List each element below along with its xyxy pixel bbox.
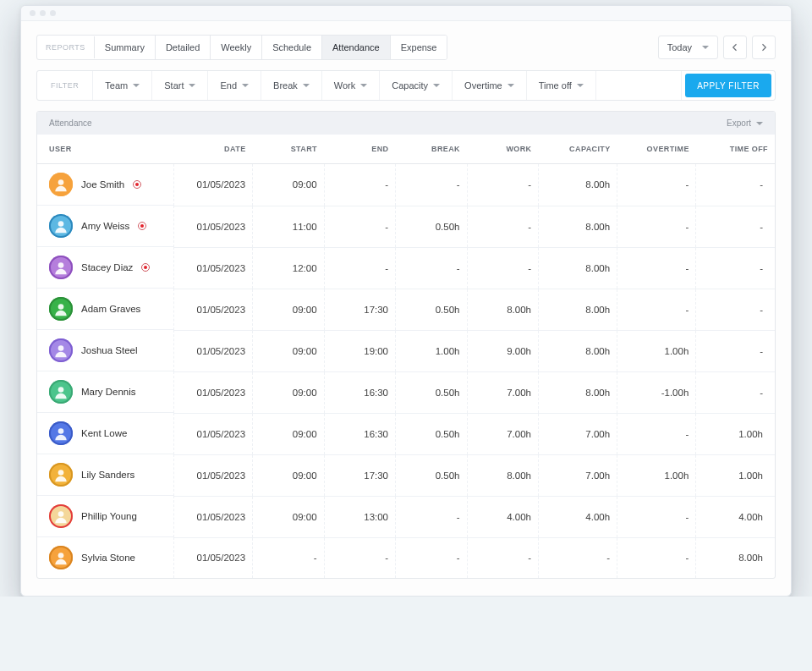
cell-user: Joshua Steel [37,330,174,371]
export-button[interactable]: Export [727,118,763,128]
filter-break[interactable]: Break [261,71,322,100]
cell-overtime: - [617,247,696,289]
cell-break: - [396,496,467,537]
cell-capacity: 8.00h [538,247,617,289]
cell-capacity: 8.00h [538,371,617,413]
svg-point-9 [58,553,64,558]
col-start: START [253,135,324,164]
tab-summary[interactable]: Summary [95,36,156,59]
cell-date: 01/05/2023 [174,371,252,413]
cell-timeoff: - [696,247,775,289]
cell-overtime: - [617,164,696,206]
user-name: Phillip Young [81,511,137,521]
cell-date: 01/05/2023 [174,496,252,537]
cell-work: - [467,206,538,247]
cell-overtime: - [617,289,696,330]
user-name: Joe Smith [81,179,124,190]
svg-point-4 [58,345,64,351]
cell-timeoff: - [696,289,775,330]
tab-schedule[interactable]: Schedule [262,36,322,59]
cell-date: 01/05/2023 [174,537,252,578]
tab-weekly[interactable]: Weekly [211,36,262,59]
svg-point-5 [58,387,64,393]
cell-start: 09:00 [253,330,324,371]
prev-period-button[interactable] [723,36,747,59]
user-name: Joshua Steel [81,345,138,355]
cell-break: - [396,164,467,206]
next-period-button[interactable] [752,36,776,59]
user-name: Sylvia Stone [81,553,135,563]
user-name: Lily Sanders [81,470,134,480]
cell-end: - [324,537,395,578]
cell-timeoff: - [696,330,775,371]
chevron-down-icon [756,122,763,125]
chevron-down-icon [189,84,195,87]
cell-capacity: 7.00h [538,413,617,454]
cell-work: 7.00h [467,413,538,454]
cell-date: 01/05/2023 [174,413,252,454]
table-row[interactable]: Mary Dennis 01/05/2023 09:00 16:30 0.50h… [37,371,775,413]
table-row[interactable]: Amy Weiss 01/05/2023 11:00 - 0.50h - 8.0… [37,206,775,247]
filter-capacity[interactable]: Capacity [380,71,453,100]
cell-break: 0.50h [396,206,467,247]
tab-attendance[interactable]: Attendance [322,36,391,59]
cell-work: 8.00h [467,454,538,496]
table-row[interactable]: Joshua Steel 01/05/2023 09:00 19:00 1.00… [37,330,775,371]
filter-work[interactable]: Work [322,71,380,100]
filter-overtime[interactable]: Overtime [453,71,527,100]
filter-end[interactable]: End [208,71,261,100]
table-header-row: USER DATE START END BREAK WORK CAPACITY … [37,135,775,164]
cell-work: 7.00h [467,371,538,413]
cell-user: Joe Smith [37,164,174,206]
cell-user: Adam Graves [37,289,174,330]
user-name: Stacey Diaz [81,262,133,272]
table-row[interactable]: Lily Sanders 01/05/2023 09:00 17:30 0.50… [37,454,775,496]
filter-start[interactable]: Start [152,71,208,100]
panel-title: Attendance [49,118,92,128]
table-row[interactable]: Kent Lowe 01/05/2023 09:00 16:30 0.50h 7… [37,413,775,454]
svg-point-1 [58,221,64,227]
cell-end: 13:00 [324,496,395,537]
cell-break: 1.00h [396,330,467,371]
filter-team[interactable]: Team [93,71,152,100]
cell-start: 12:00 [253,247,324,289]
cell-work: - [467,537,538,578]
app-window: REPORTS Summary Detailed Weekly Schedule… [20,5,792,597]
chevron-down-icon [508,84,514,87]
cell-capacity: 8.00h [538,330,617,371]
cell-timeoff: 1.00h [696,413,775,454]
cell-capacity: 7.00h [538,454,617,496]
apply-filter-button[interactable]: APPLY FILTER [685,74,771,97]
cell-work: - [467,247,538,289]
table-row[interactable]: Stacey Diaz 01/05/2023 12:00 - - - 8.00h… [37,247,775,289]
traffic-light-icon [50,10,56,16]
table-row[interactable]: Phillip Young 01/05/2023 09:00 13:00 - 4… [37,496,775,537]
tab-detailed[interactable]: Detailed [156,36,211,59]
date-range-select[interactable]: Today [658,36,718,59]
tab-expense[interactable]: Expense [391,36,447,59]
cell-end: 19:00 [324,330,395,371]
cell-start: 11:00 [253,206,324,247]
cell-date: 01/05/2023 [174,330,252,371]
avatar [49,297,73,321]
col-capacity: CAPACITY [538,135,617,164]
cell-capacity: 8.00h [538,164,617,206]
filter-timeoff[interactable]: Time off [527,71,596,100]
cell-work: 4.00h [467,496,538,537]
table-row[interactable]: Joe Smith 01/05/2023 09:00 - - - 8.00h -… [37,164,775,206]
chevron-down-icon [303,84,310,87]
avatar [49,256,73,279]
avatar [49,173,73,196]
table-row[interactable]: Sylvia Stone 01/05/2023 - - - - - - 8.00… [37,537,775,578]
cell-start: 09:00 [253,289,324,330]
table-row[interactable]: Adam Graves 01/05/2023 09:00 17:30 0.50h… [37,289,775,330]
cell-overtime: - [617,206,696,247]
cell-user: Stacey Diaz [37,247,174,289]
svg-point-3 [58,304,64,310]
cell-end: 16:30 [324,413,395,454]
svg-point-0 [58,179,64,185]
cell-capacity: 8.00h [538,206,617,247]
chevron-left-icon [730,42,740,52]
cell-capacity: 8.00h [538,289,617,330]
avatar [49,338,73,362]
